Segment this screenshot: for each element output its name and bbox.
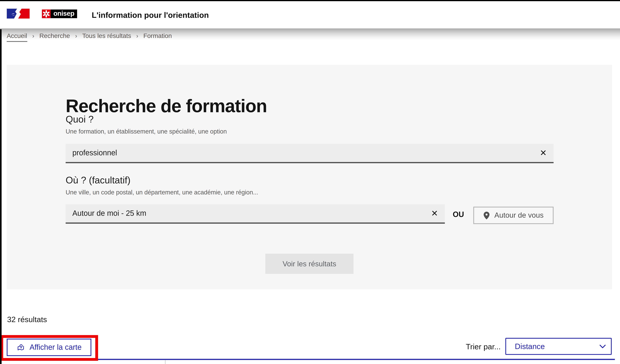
see-results-button[interactable]: Voir les résultats bbox=[265, 254, 354, 274]
sort-select[interactable]: Distance bbox=[505, 338, 612, 355]
onisep-logo[interactable]: onisep bbox=[42, 9, 77, 18]
clear-what-icon[interactable]: ✕ bbox=[536, 144, 550, 162]
where-helper: Une ville, un code postal, un départemen… bbox=[66, 189, 258, 196]
breadcrumb-separator-icon: › bbox=[75, 32, 77, 39]
site-tagline: L'information pour l'orientation bbox=[92, 11, 209, 20]
show-map-label: Afficher la carte bbox=[30, 343, 82, 352]
results-count: 32 résultats bbox=[7, 315, 47, 324]
marianne-flag-logo bbox=[7, 9, 30, 18]
breadcrumb-formation: Formation bbox=[143, 32, 172, 39]
where-input[interactable] bbox=[66, 204, 445, 223]
where-field-wrapper: ✕ bbox=[66, 204, 445, 224]
search-form-panel: Recherche de formation Quoi ? Une format… bbox=[7, 65, 612, 289]
sort-by-label: Trier par... bbox=[466, 342, 501, 351]
window-left-border bbox=[0, 29, 2, 364]
breadcrumb-tous-les-resultats[interactable]: Tous les résultats bbox=[82, 32, 131, 39]
around-you-button[interactable]: Autour de vous bbox=[473, 207, 554, 224]
breadcrumb-separator-icon: › bbox=[32, 32, 34, 39]
what-helper: Une formation, un établissement, une spé… bbox=[66, 128, 227, 135]
clear-where-icon[interactable]: ✕ bbox=[428, 204, 442, 223]
map-pin-icon bbox=[16, 343, 25, 351]
results-column-divider bbox=[165, 360, 166, 364]
breadcrumb: Accueil › Recherche › Tous les résultats… bbox=[7, 32, 172, 42]
where-label: Où ? (facultatif) bbox=[66, 175, 131, 186]
show-map-button[interactable]: Afficher la carte bbox=[7, 339, 91, 356]
page: onisep L'information pour l'orientation … bbox=[0, 0, 620, 364]
what-field-wrapper: ✕ bbox=[66, 144, 554, 163]
results-top-separator bbox=[8, 359, 615, 360]
around-you-label: Autour de vous bbox=[494, 211, 543, 220]
window-top-border bbox=[0, 0, 620, 1]
breadcrumb-separator-icon: › bbox=[136, 32, 138, 39]
breadcrumb-accueil[interactable]: Accueil bbox=[7, 32, 27, 42]
onisep-asterisk-icon bbox=[42, 9, 51, 18]
what-input[interactable] bbox=[66, 144, 554, 162]
page-title: Recherche de formation bbox=[66, 95, 267, 117]
location-pin-icon bbox=[483, 211, 490, 219]
breadcrumb-recherche[interactable]: Recherche bbox=[39, 32, 70, 39]
chevron-down-icon bbox=[599, 344, 606, 349]
onisep-logo-text: onisep bbox=[51, 9, 77, 18]
site-header: onisep L'information pour l'orientation bbox=[0, 1, 620, 28]
or-label: OU bbox=[453, 210, 464, 219]
sort-selected-value: Distance bbox=[506, 342, 599, 351]
what-label: Quoi ? bbox=[66, 114, 93, 125]
